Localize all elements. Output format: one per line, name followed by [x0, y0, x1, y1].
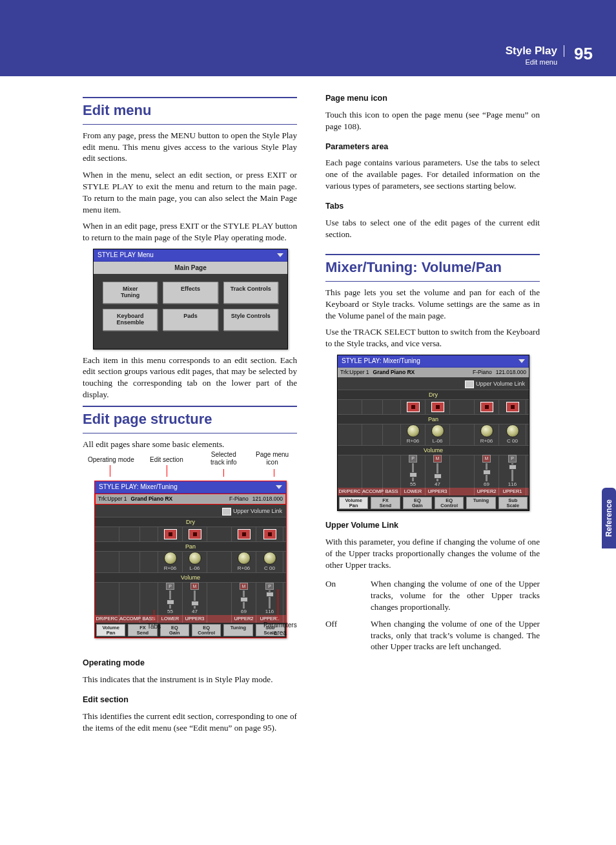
- tab-tuning[interactable]: Tuning: [466, 497, 495, 509]
- left-column: Edit menu From any page, press the MENU …: [83, 93, 297, 739]
- tab-eq-control[interactable]: EQ Control: [192, 624, 221, 636]
- paragraph: All edit pages share some basic elements…: [83, 439, 297, 450]
- section-mixer-tuning: Mixer/Tuning: Volume/Pan: [325, 254, 540, 282]
- track-name: Grand Piano RX: [131, 496, 225, 503]
- mixer-title: STYLE PLAY: Mixer/Tuning: [99, 483, 178, 490]
- sub-tabs: Tabs: [325, 201, 540, 212]
- pan-knob[interactable]: [238, 552, 251, 565]
- track-name: Grand Piano RX: [373, 369, 469, 376]
- dropdown-icon[interactable]: [276, 485, 282, 489]
- paragraph: When in an edit page, press EXIT or the …: [83, 220, 297, 244]
- paragraph: Each item in this menu corresponds to an…: [83, 355, 297, 401]
- tab-volume-pan[interactable]: Volume Pan: [339, 497, 368, 509]
- header-chapter: Style Play: [506, 45, 564, 57]
- side-tab-reference: Reference: [602, 488, 616, 548]
- section-edit-page-structure: Edit page structure: [83, 406, 297, 433]
- pan-knob[interactable]: [407, 424, 420, 437]
- label-operating-mode: Operating mode: [88, 456, 134, 464]
- volume-label: Volume: [338, 445, 529, 455]
- dry-label: Dry: [95, 517, 286, 527]
- paragraph: When in the menu, select an edit section…: [83, 169, 297, 215]
- paragraph: With this parameter, you define if chang…: [325, 536, 540, 570]
- right-column: Page menu icon Touch this icon to open t…: [325, 93, 540, 739]
- mute-icon[interactable]: [189, 529, 201, 539]
- volume-label: Volume: [95, 572, 286, 583]
- mute-icon[interactable]: [407, 402, 420, 412]
- mute-icon[interactable]: [263, 529, 276, 539]
- tab-fx-send[interactable]: FX Send: [371, 497, 400, 509]
- annotated-screenshot: Operating mode Edit section Selected tra…: [83, 455, 297, 649]
- label-params: Parameters area: [263, 621, 297, 636]
- paragraph: Each page contains various parameters. U…: [325, 157, 540, 191]
- tab-eq-gain[interactable]: EQ Gain: [160, 624, 189, 636]
- menu-mixer-tuning[interactable]: Mixer Tuning: [103, 282, 158, 304]
- header-page-number: 95: [574, 44, 593, 64]
- mute-icon[interactable]: [238, 529, 251, 539]
- pan-knob[interactable]: [431, 424, 444, 437]
- page-header: Style Play Edit menu 95: [0, 0, 616, 76]
- status-badge: M: [190, 583, 199, 590]
- mute-icon[interactable]: [506, 402, 519, 412]
- dropdown-icon[interactable]: [518, 359, 525, 363]
- tab-tuning[interactable]: Tuning: [223, 624, 252, 636]
- pan-knob[interactable]: [263, 552, 276, 565]
- menu-keyboard-ensemble[interactable]: Keyboard Ensemble: [103, 309, 158, 331]
- def-body-off: When changing the volume of one of the U…: [371, 616, 540, 655]
- status-badge: M: [482, 455, 491, 462]
- status-badge: P: [265, 583, 274, 590]
- menu-title-bar: STYLE PLAY Menu: [94, 249, 287, 262]
- volume-fader[interactable]: [509, 464, 517, 470]
- paragraph: This identifies the current edit section…: [83, 711, 297, 734]
- status-badge: P: [508, 455, 517, 462]
- tab-volume-pan[interactable]: Volume Pan: [96, 624, 125, 636]
- uvl-label: Upper Volume Link: [476, 381, 525, 387]
- def-term-off: Off: [325, 616, 371, 655]
- menu-style-controls[interactable]: Style Controls: [223, 309, 278, 331]
- paragraph: This page lets you set the volume and pa…: [325, 287, 540, 321]
- mixer-screenshot-annotated: STYLE PLAY: Mixer/Tuning Trk:Upper 1 Gra…: [94, 481, 287, 638]
- label-edit-section: Edit section: [150, 456, 183, 464]
- bank-id: 121.018.000: [252, 496, 283, 503]
- sound-name: F-Piano: [229, 496, 249, 503]
- label-track-info: Selected track info: [210, 451, 237, 466]
- mixer-title: STYLE PLAY: Mixer/Tuning: [342, 357, 420, 366]
- pan-knob[interactable]: [164, 552, 177, 565]
- menu-track-controls[interactable]: Track Controls: [223, 282, 278, 304]
- tab-sub-scale[interactable]: Sub Scale: [498, 497, 528, 509]
- track-id: Trk:Upper 1: [340, 369, 369, 376]
- screenshot-style-play-menu: STYLE PLAY Menu Main Page Mixer Tuning E…: [93, 249, 288, 349]
- mixer-screenshot: STYLE PLAY: Mixer/Tuning Trk:Upper 1 Gra…: [337, 355, 529, 511]
- tab-eq-gain[interactable]: EQ Gain: [403, 497, 432, 509]
- mute-icon[interactable]: [164, 529, 177, 539]
- uvl-checkbox[interactable]: [465, 381, 474, 388]
- volume-fader[interactable]: [483, 470, 491, 475]
- sub-parameters-area: Parameters area: [325, 141, 540, 152]
- paragraph: From any page, press the MENU button to …: [83, 130, 297, 164]
- def-term-on: On: [325, 576, 371, 615]
- main-page-label[interactable]: Main Page: [94, 262, 287, 275]
- status-badge: M: [240, 583, 248, 590]
- status-badge: P: [166, 583, 174, 590]
- menu-pads[interactable]: Pads: [163, 309, 218, 331]
- uvl-checkbox[interactable]: [222, 508, 231, 516]
- pan-knob[interactable]: [189, 552, 201, 565]
- menu-effects[interactable]: Effects: [163, 282, 218, 304]
- label-page-menu-icon: Page menu icon: [256, 451, 289, 466]
- bank-id: 121.018.000: [496, 369, 526, 376]
- pan-knob[interactable]: [506, 424, 519, 437]
- paragraph: Use tabs to select one of the edit pages…: [325, 217, 540, 240]
- volume-fader[interactable]: [409, 472, 417, 477]
- dropdown-icon[interactable]: [277, 253, 283, 257]
- mute-icon[interactable]: [480, 402, 493, 412]
- label-tabs: Tabs: [147, 623, 161, 631]
- tab-eq-control[interactable]: EQ Control: [435, 497, 464, 509]
- menu-title: STYLE PLAY Menu: [98, 251, 154, 260]
- track-id: Trk:Upper 1: [98, 496, 127, 503]
- mute-icon[interactable]: [431, 402, 444, 412]
- dry-label: Dry: [338, 390, 529, 400]
- pan-label: Pan: [95, 541, 286, 552]
- pan-knob[interactable]: [480, 424, 493, 437]
- volume-fader[interactable]: [434, 474, 442, 479]
- uvl-label: Upper Volume Link: [233, 508, 282, 514]
- definition-list: On When changing the volume of one of th…: [325, 576, 540, 655]
